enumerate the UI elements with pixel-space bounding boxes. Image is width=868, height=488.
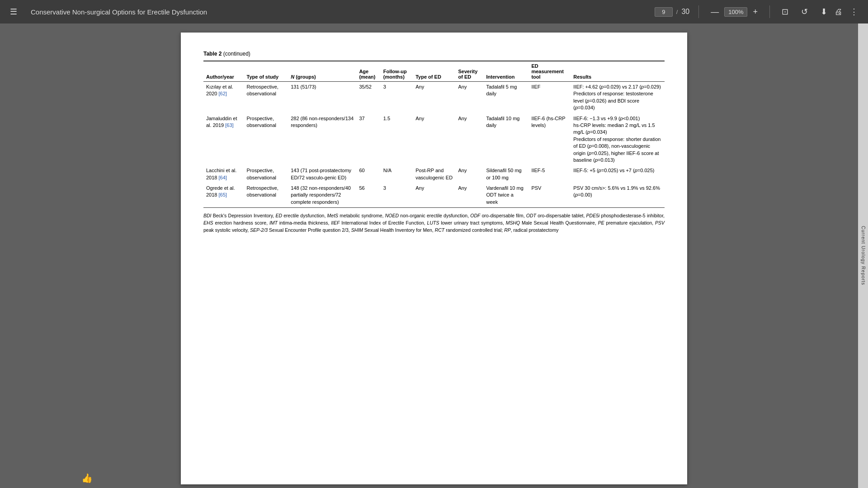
- cell-severity: Any: [456, 183, 484, 208]
- fit-page-icon: ⊡: [782, 7, 788, 16]
- cell-results: PSV 30 cm/s>: 5.6% vs 1.9% vs 92.6% (p=0…: [571, 183, 665, 208]
- toolbar: ☰ Conservative Non-surgical Options for …: [0, 0, 868, 23]
- cell-severity: Any: [456, 165, 484, 183]
- col-severity: Severity of ED: [456, 61, 484, 82]
- cell-ref: [63]: [225, 122, 233, 128]
- cell-intervention: Sildenafil 50 mg or 100 mg: [483, 165, 528, 183]
- cell-type-ed: Any: [413, 82, 455, 113]
- cell-ref: [64]: [219, 175, 227, 180]
- cell-age: 56: [356, 183, 380, 208]
- cell-n: 282 (86 non-responders/134 responders): [288, 113, 356, 166]
- annotation-icon[interactable]: 👍: [81, 473, 93, 483]
- zoom-out-button[interactable]: —: [708, 5, 722, 19]
- cell-study-type: Prospective, observational: [244, 165, 288, 183]
- document-title: Conservative Non-surgical Options for Er…: [31, 8, 647, 16]
- cell-age: 60: [356, 165, 380, 183]
- fit-page-button[interactable]: ⊡: [779, 5, 791, 19]
- cell-author: Jamaluddin et al. 2019 [63]: [203, 113, 244, 166]
- col-n-groups: N (groups): [288, 61, 356, 82]
- col-type-ed: Type of ED: [413, 61, 455, 82]
- cell-followup: 3: [381, 82, 413, 113]
- history-button[interactable]: ↺: [798, 5, 811, 19]
- table-header-row: Author/year Type of study N (groups) Age…: [203, 61, 665, 82]
- cell-intervention: Tadalafil 10 mg daily: [483, 113, 528, 166]
- zoom-level: 100%: [724, 7, 747, 17]
- page-input[interactable]: [655, 7, 673, 17]
- table-caption-cont: (continued): [222, 51, 250, 57]
- cell-results: IIEF-5: +5 (p=0.025) vs +7 (p=0.025): [571, 165, 665, 183]
- cell-ref: [65]: [219, 192, 227, 197]
- cell-followup: N/A: [381, 165, 413, 183]
- download-button[interactable]: ⬇: [818, 5, 830, 19]
- cell-results: IIEF: +4.62 (p=0.029) vs 2.17 (p=0.029) …: [571, 82, 665, 113]
- cell-age: 37: [356, 113, 380, 166]
- cell-measurement: IIEF: [528, 82, 571, 113]
- total-pages: 30: [681, 8, 689, 16]
- menu-button[interactable]: ☰: [7, 5, 20, 19]
- cell-results: IIEF-6: −1.3 vs +9.9 (p<0.001) hs-CRP le…: [571, 113, 665, 166]
- col-author: Author/year: [203, 61, 244, 82]
- journal-label: Current Urology Reports: [858, 23, 868, 488]
- table-number: Table 2: [203, 51, 222, 57]
- cell-intervention: Vardenafil 10 mg ODT twice a week: [483, 183, 528, 208]
- cell-severity: Any: [456, 82, 484, 113]
- print-icon: 🖨: [835, 7, 843, 16]
- more-options-icon: ⋮: [850, 7, 858, 16]
- table-row: Lacchini et al. 2018 [64] Prospective, o…: [203, 165, 665, 183]
- print-button[interactable]: 🖨: [832, 5, 845, 19]
- cell-study-type: Retrospective, observational: [244, 82, 288, 113]
- zoom-controls: — 100% +: [708, 5, 760, 19]
- history-icon: ↺: [801, 7, 808, 16]
- cell-study-type: Retrospective, observational: [244, 183, 288, 208]
- col-age: Age (mean): [356, 61, 380, 82]
- cell-type-ed: Post-RP and vasculogenic ED: [413, 165, 455, 183]
- menu-icon: ☰: [10, 7, 17, 16]
- cell-n: 131 (51/73): [288, 82, 356, 113]
- cell-measurement: IIEF-5: [528, 165, 571, 183]
- cell-author: Kızılay et al. 2020 [62]: [203, 82, 244, 113]
- cell-author: Ogrede et al. 2018 [65]: [203, 183, 244, 208]
- cell-n: 143 (71 post-prostatectomy ED/72 vasculo…: [288, 165, 356, 183]
- col-intervention: Intervention: [483, 61, 528, 82]
- toolbar-right-actions: ⬇ 🖨 ⋮: [818, 5, 861, 19]
- cell-type-ed: Any: [413, 113, 455, 166]
- cell-study-type: Prospective, observational: [244, 113, 288, 166]
- col-followup: Follow-up (months): [381, 61, 413, 82]
- page-navigation: / 30: [655, 7, 689, 17]
- cell-type-ed: Any: [413, 183, 455, 208]
- more-options-button[interactable]: ⋮: [847, 5, 861, 19]
- download-icon: ⬇: [821, 7, 827, 16]
- table-caption: Table 2 (continued): [203, 51, 665, 57]
- cell-age: 35/52: [356, 82, 380, 113]
- divider-1: [698, 5, 699, 18]
- cell-author: Lacchini et al. 2018 [64]: [203, 165, 244, 183]
- cell-ref: [62]: [219, 91, 227, 96]
- table-row: Kızılay et al. 2020 [62] Retrospective, …: [203, 82, 665, 113]
- table-row: Ogrede et al. 2018 [65] Retrospective, o…: [203, 183, 665, 208]
- col-study-type: Type of study: [244, 61, 288, 82]
- cell-measurement: IIEF-6 (hs-CRP levels): [528, 113, 571, 166]
- table-row: Jamaluddin et al. 2019 [63] Prospective,…: [203, 113, 665, 166]
- zoom-in-button[interactable]: +: [750, 5, 760, 19]
- document-page: Table 2 (continued) Author/year Type of …: [181, 33, 687, 484]
- cell-followup: 3: [381, 183, 413, 208]
- col-measurement: ED measurement tool: [528, 61, 571, 82]
- page-separator: /: [676, 9, 678, 15]
- table-footnote: BDI Beck's Depression Inventory, ED erec…: [203, 212, 665, 234]
- divider-2: [769, 5, 770, 18]
- data-table: Author/year Type of study N (groups) Age…: [203, 61, 665, 208]
- cell-severity: Any: [456, 113, 484, 166]
- cell-n: 148 (32 non-responders/40 partially resp…: [288, 183, 356, 208]
- document-area: Table 2 (continued) Author/year Type of …: [0, 23, 868, 488]
- cell-intervention: Tadalafil 5 mg daily: [483, 82, 528, 113]
- col-results: Results: [571, 61, 665, 82]
- cell-followup: 1.5: [381, 113, 413, 166]
- cell-measurement: PSV: [528, 183, 571, 208]
